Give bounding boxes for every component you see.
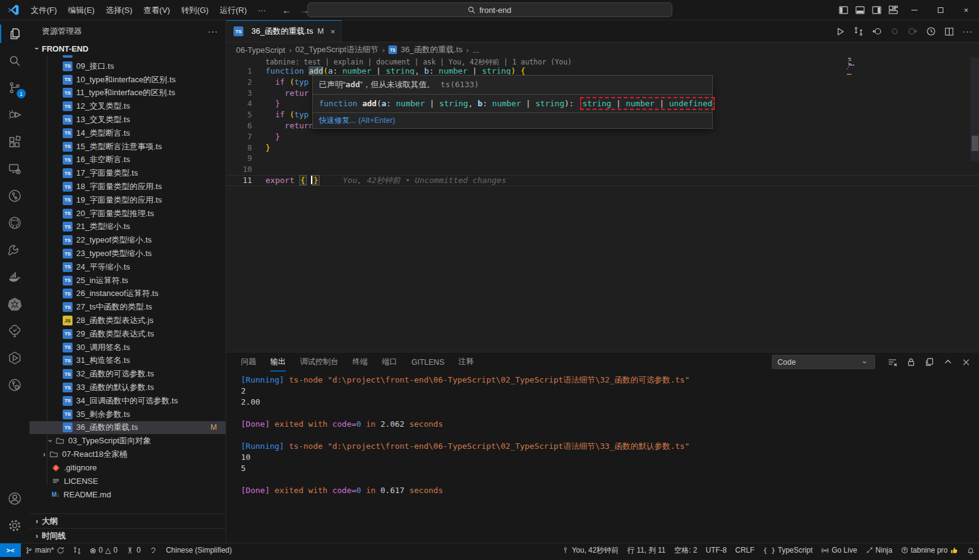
file-row[interactable]: TS15_类型断言注意事项.ts xyxy=(29,140,226,154)
file-row[interactable]: TS35_剩余参数.ts xyxy=(29,408,226,421)
file-row[interactable]: JS28_函数类型表达式.js xyxy=(29,314,226,327)
language-mode-item[interactable]: { } TypeScript xyxy=(759,543,817,557)
file-row[interactable]: TS13_交叉类型.ts xyxy=(29,113,226,126)
file-row[interactable]: M↓README.md xyxy=(29,488,226,502)
workspace-root-row[interactable]: › FRONT-END xyxy=(29,42,226,55)
file-row[interactable]: TS10_type和interface的区别.ts xyxy=(29,73,226,87)
indentation-item[interactable]: 空格: 2 xyxy=(670,543,701,557)
problems-item[interactable]: ⊗ 0 △ 0 xyxy=(85,543,122,557)
git-graph-icon[interactable] xyxy=(0,182,29,209)
tabnine-item[interactable]: tabnine pro xyxy=(897,543,962,557)
maximize-button[interactable] xyxy=(927,0,953,20)
notifications-item[interactable] xyxy=(962,543,979,557)
tools-wrench-icon[interactable] xyxy=(0,236,29,263)
screencast-item[interactable] xyxy=(145,543,162,557)
code-line[interactable]: 10 xyxy=(226,164,979,175)
tab-close-icon[interactable]: × xyxy=(331,27,336,36)
file-row[interactable]: TS31_构造签名.ts xyxy=(29,354,226,368)
breadcrumb-item-2[interactable]: TS36_函数的重载.ts xyxy=(388,44,462,55)
file-row[interactable]: TS22_typeof类型缩小.ts xyxy=(29,233,226,247)
account-icon[interactable] xyxy=(0,485,29,512)
file-row[interactable]: TS16_非空断言.ts xyxy=(29,154,226,167)
menu-item-2[interactable]: 选择(S) xyxy=(100,0,138,20)
extensions-icon[interactable] xyxy=(0,128,29,155)
maximize-panel-icon[interactable] xyxy=(943,357,953,367)
file-row[interactable]: TS27_ts中函数的类型.ts xyxy=(29,300,226,314)
panel-tab-端口[interactable]: 端口 xyxy=(382,352,398,371)
clear-output-icon[interactable] xyxy=(887,357,897,367)
run-debug-icon[interactable] xyxy=(0,101,29,128)
file-row[interactable]: .gitignore xyxy=(29,461,226,475)
remote-indicator[interactable]: >< xyxy=(0,543,21,557)
timeline-clock-icon[interactable] xyxy=(926,26,936,36)
hexagon-play-icon[interactable] xyxy=(0,344,29,371)
file-row[interactable]: TS xyxy=(29,55,226,60)
file-row[interactable]: TS09_接口.ts xyxy=(29,60,226,73)
menu-item-0[interactable]: 文件(F) xyxy=(25,0,63,20)
code-line[interactable]: 9 xyxy=(226,153,979,164)
panel-tab-问题[interactable]: 问题 xyxy=(241,352,256,371)
go-live-item[interactable]: Go Live xyxy=(817,543,861,557)
code-line[interactable]: 7 } xyxy=(226,131,979,142)
panel-tab-输出[interactable]: 输出 xyxy=(270,352,286,371)
remote-explorer-icon[interactable] xyxy=(0,155,29,182)
panel-tab-注释[interactable]: 注释 xyxy=(458,352,474,371)
outline-section[interactable]: › 大纲 xyxy=(29,513,226,528)
editor-scrollbar[interactable] xyxy=(970,57,979,161)
search-sidebar-icon[interactable] xyxy=(0,47,29,74)
file-row[interactable]: TS19_字面量类型的应用.ts xyxy=(29,193,226,207)
close-window-button[interactable]: × xyxy=(953,0,979,20)
breadcrumb-item-3[interactable]: ... xyxy=(473,45,479,55)
command-center-search[interactable]: front-end xyxy=(307,2,672,17)
file-row[interactable]: TS36_函数的重载.tsM xyxy=(29,421,226,435)
open-output-in-editor-icon[interactable] xyxy=(925,357,934,367)
open-changes-icon[interactable] xyxy=(854,26,863,36)
nav-back-icon[interactable]: ← xyxy=(282,5,291,15)
file-row[interactable]: TS17_字面量类型.ts xyxy=(29,166,226,180)
github-icon[interactable] xyxy=(0,209,29,236)
file-row[interactable]: TS12_交叉类型.ts xyxy=(29,99,226,113)
file-row[interactable]: TS23_typeof类型缩小.ts xyxy=(29,247,226,260)
cursor-position-item[interactable]: 行 11, 列 11 xyxy=(623,543,670,557)
gitlive-icon[interactable] xyxy=(0,371,29,399)
file-row[interactable]: TS34_回调函数中的可选参数.ts xyxy=(29,394,226,408)
menu-item-5[interactable]: 运行(R) xyxy=(214,0,252,20)
git-branch-item[interactable]: main* xyxy=(21,543,69,557)
tab-36-函数的重载[interactable]: TS 36_函数的重载.ts M × xyxy=(226,20,342,42)
explorer-icon[interactable] xyxy=(0,20,29,47)
minimap[interactable] xyxy=(846,57,901,76)
timeline-section[interactable]: › 时间线 xyxy=(29,528,226,543)
file-row[interactable]: TS30_调用签名.ts xyxy=(29,341,226,354)
panel-tab-GITLENS[interactable]: GITLENS xyxy=(412,352,445,371)
file-row[interactable]: TS18_字面量类型的应用.ts xyxy=(29,180,226,193)
menu-item-4[interactable]: 转到(G) xyxy=(176,0,214,20)
file-row[interactable]: TS20_字面量类型推理.ts xyxy=(29,207,226,220)
docker-icon[interactable] xyxy=(0,263,29,290)
panel-tab-调试控制台[interactable]: 调试控制台 xyxy=(300,352,339,371)
file-row[interactable]: TS32_函数的可选参数.ts xyxy=(29,367,226,381)
file-row[interactable]: TS25_in运算符.ts xyxy=(29,274,226,287)
encoding-item[interactable]: UTF-8 xyxy=(701,543,731,557)
breadcrumb-item-0[interactable]: 06-TypeScript xyxy=(236,45,285,55)
toggle-panel-icon[interactable] xyxy=(852,0,868,20)
file-row[interactable]: TS21_类型缩小.ts xyxy=(29,220,226,234)
code-line[interactable]: 11export { }You, 42秒钟前 • Uncommitted cha… xyxy=(226,175,979,186)
eol-item[interactable]: CRLF xyxy=(731,543,758,557)
ports-item[interactable]: 0 xyxy=(122,543,145,557)
menu-item-3[interactable]: 查看(V) xyxy=(138,0,175,20)
kubernetes-icon[interactable] xyxy=(0,290,29,317)
breadcrumb-item-1[interactable]: 02_TypeScript语法细节 xyxy=(296,44,379,55)
quick-fix-link[interactable]: 快速修复... (Alt+Enter) xyxy=(313,113,712,128)
toggle-sidebar-icon[interactable] xyxy=(835,0,852,20)
split-editor-icon[interactable] xyxy=(945,27,954,36)
panel-tab-终端[interactable]: 终端 xyxy=(353,352,368,371)
folder-row[interactable]: ›07-React18全家桶 xyxy=(29,448,226,461)
menu-item-6[interactable]: ··· xyxy=(252,0,271,20)
file-row[interactable]: TS26_instanceof运算符.ts xyxy=(29,287,226,301)
folder-row[interactable]: ›03_TypeScript面向对象 xyxy=(29,434,226,448)
run-code-icon[interactable] xyxy=(836,27,845,36)
sidebar-more-icon[interactable]: ··· xyxy=(208,26,218,36)
more-actions-icon[interactable]: ··· xyxy=(962,26,973,36)
ninja-item[interactable]: Ninja xyxy=(862,543,897,557)
file-row[interactable]: TS29_函数类型表达式.ts xyxy=(29,327,226,341)
